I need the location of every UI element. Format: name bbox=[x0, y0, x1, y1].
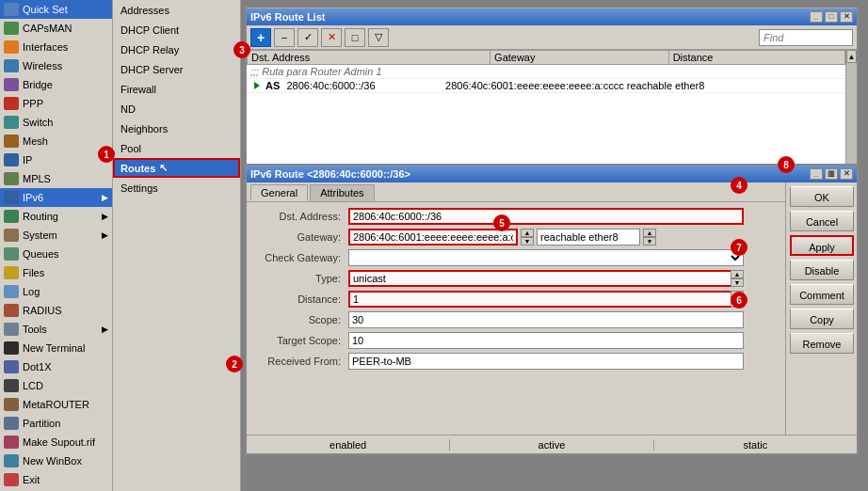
sidebar-label-files: Files bbox=[23, 267, 44, 278]
sidebar-item-makesupout[interactable]: Make Supout.rif bbox=[0, 433, 112, 451]
clone-route-button[interactable]: □ bbox=[345, 28, 365, 47]
col-dst-address[interactable]: Dst. Address bbox=[248, 51, 490, 65]
status-bar: enabled active static bbox=[247, 435, 785, 453]
detail-minimize-button[interactable]: _ bbox=[810, 168, 823, 180]
check-gateway-select[interactable] bbox=[348, 249, 744, 266]
sidebar-item-bridge[interactable]: Bridge bbox=[0, 75, 112, 94]
route-list-window: IPv6 Route List _ □ ✕ + − ✓ ✕ □ ▽ Dst. A… bbox=[245, 8, 859, 177]
sidebar-item-mpls[interactable]: MPLS bbox=[0, 169, 112, 188]
sidebar-item-ip[interactable]: IP bbox=[0, 150, 112, 169]
submenu-item-neighbors[interactable]: Neighbors bbox=[113, 119, 240, 138]
switch-icon bbox=[4, 116, 19, 129]
tab-attributes[interactable]: Attributes bbox=[310, 184, 374, 201]
route-dst-value: 2806:40c:6000::/36 bbox=[286, 80, 375, 91]
submenu-item-addresses[interactable]: Addresses bbox=[113, 0, 240, 20]
minimize-button[interactable]: _ bbox=[810, 11, 823, 23]
comment-button[interactable]: Comment bbox=[790, 284, 854, 305]
sidebar-item-partition[interactable]: Partition bbox=[0, 414, 112, 433]
detail-main: General Attributes Dst. Address: Gateway… bbox=[247, 182, 785, 453]
add-route-button[interactable]: + bbox=[250, 28, 271, 47]
type-row: Type: ▲ ▼ bbox=[254, 270, 778, 287]
sidebar-label-dot1x: Dot1X bbox=[23, 361, 52, 372]
submenu-item-dhcprelay[interactable]: DHCP Relay bbox=[113, 40, 240, 59]
sidebar-item-files[interactable]: Files bbox=[0, 263, 112, 282]
sidebar-item-capsman[interactable]: CAPsMAN bbox=[0, 19, 112, 38]
sidebar-item-newterminal[interactable]: New Terminal bbox=[0, 339, 112, 357]
remove-button[interactable]: Remove bbox=[790, 333, 854, 354]
sidebar-item-newwinbox[interactable]: New WinBox bbox=[0, 451, 112, 470]
gateway-type-spin-up[interactable]: ▲ bbox=[643, 229, 656, 237]
dst-address-input[interactable] bbox=[348, 208, 744, 225]
ipv6-icon bbox=[4, 191, 19, 204]
sidebar-item-interfaces[interactable]: Interfaces bbox=[0, 38, 112, 56]
sidebar-item-dot1x[interactable]: Dot1X bbox=[0, 357, 112, 376]
submenu-item-dhcpclient[interactable]: DHCP Client bbox=[113, 20, 240, 40]
gateway-spin-up[interactable]: ▲ bbox=[521, 229, 534, 237]
type-spin-up[interactable]: ▲ bbox=[731, 270, 744, 278]
type-spin-down[interactable]: ▼ bbox=[731, 278, 744, 287]
gateway-input[interactable] bbox=[348, 229, 518, 246]
badge-3: 3 bbox=[233, 41, 250, 58]
submenu-item-nd[interactable]: ND bbox=[113, 99, 240, 119]
scroll-track[interactable] bbox=[846, 63, 857, 165]
sidebar-item-ipv6[interactable]: IPv6 ▶ bbox=[0, 188, 112, 207]
route-list-content: Dst. Address Gateway Distance ;;; Ruta p… bbox=[247, 50, 857, 178]
copy-button[interactable]: Copy bbox=[790, 309, 854, 329]
target-scope-input[interactable] bbox=[348, 332, 744, 349]
sidebar-item-mesh[interactable]: Mesh bbox=[0, 132, 112, 150]
table-row[interactable]: AS 2806:40c:6000::/36 2806:40c:6001:eeee… bbox=[247, 79, 845, 93]
sidebar-item-wireless[interactable]: Wireless bbox=[0, 56, 112, 75]
detail-close-button[interactable]: ✕ bbox=[840, 168, 853, 180]
table-row[interactable]: ;;; Ruta para Router Admin 1 bbox=[247, 65, 845, 79]
sidebar-item-metarouter[interactable]: MetaROUTER bbox=[0, 395, 112, 414]
gateway-type-spin-down[interactable]: ▼ bbox=[643, 237, 656, 246]
sidebar-item-switch[interactable]: Switch bbox=[0, 113, 112, 132]
gateway-type-input[interactable] bbox=[537, 229, 640, 246]
tab-general[interactable]: General bbox=[250, 184, 308, 201]
scope-input[interactable] bbox=[348, 311, 744, 328]
close-button[interactable]: ✕ bbox=[840, 11, 853, 23]
scroll-up-arrow[interactable]: ▲ bbox=[846, 50, 857, 63]
sidebar-label-newwinbox: New WinBox bbox=[23, 455, 82, 467]
cancel-button[interactable]: Cancel bbox=[790, 211, 854, 231]
scope-row: Scope: bbox=[254, 311, 778, 328]
type-input[interactable] bbox=[348, 270, 744, 287]
check-route-button[interactable]: ✓ bbox=[297, 28, 318, 47]
submenu-item-settings[interactable]: Settings bbox=[113, 178, 240, 198]
status-active: active bbox=[450, 439, 653, 451]
sidebar-item-radius[interactable]: RADIUS bbox=[0, 301, 112, 320]
sidebar-label-wireless: Wireless bbox=[23, 60, 62, 71]
sidebar-item-ppp[interactable]: PPP bbox=[0, 94, 112, 113]
remove-route-button[interactable]: − bbox=[274, 28, 295, 47]
route-list-search[interactable] bbox=[759, 29, 853, 46]
maximize-button[interactable]: □ bbox=[825, 11, 838, 23]
sidebar-label-interfaces: Interfaces bbox=[23, 41, 68, 53]
sidebar-item-exit[interactable]: Exit bbox=[0, 470, 112, 489]
sidebar-item-log[interactable]: Log bbox=[0, 282, 112, 301]
submenu-item-routes[interactable]: Routes ↖ bbox=[113, 158, 240, 178]
disable-button[interactable]: Disable bbox=[790, 260, 854, 280]
detail-restore-button[interactable]: ▥ bbox=[825, 168, 838, 180]
sidebar-item-queues[interactable]: Queues bbox=[0, 245, 112, 263]
route-list-scrollbar[interactable]: ▲ ▼ bbox=[845, 50, 857, 178]
filter-button[interactable]: ▽ bbox=[368, 28, 389, 47]
ok-button[interactable]: OK bbox=[790, 186, 854, 207]
submenu-item-pool[interactable]: Pool bbox=[113, 138, 240, 158]
cross-route-button[interactable]: ✕ bbox=[321, 28, 342, 47]
sidebar-item-lcd[interactable]: LCD bbox=[0, 376, 112, 395]
distance-input[interactable] bbox=[348, 291, 744, 308]
lcd-icon bbox=[4, 379, 19, 392]
received-from-input[interactable] bbox=[348, 353, 744, 370]
col-gateway[interactable]: Gateway bbox=[490, 51, 669, 65]
sidebar-item-quickset[interactable]: Quick Set bbox=[0, 0, 112, 19]
apply-button[interactable]: Apply bbox=[790, 235, 854, 256]
status-static: static bbox=[654, 439, 785, 451]
sidebar-item-system[interactable]: System ▶ bbox=[0, 226, 112, 245]
submenu-item-dhcpserver[interactable]: DHCP Server bbox=[113, 59, 240, 79]
submenu-item-firewall[interactable]: Firewall bbox=[113, 79, 240, 99]
sidebar-item-tools[interactable]: Tools ▶ bbox=[0, 320, 112, 339]
gateway-spin-down[interactable]: ▼ bbox=[521, 237, 534, 246]
col-distance[interactable]: Distance bbox=[668, 51, 844, 65]
sidebar-item-routing[interactable]: Routing ▶ bbox=[0, 207, 112, 226]
log-icon bbox=[4, 285, 19, 298]
